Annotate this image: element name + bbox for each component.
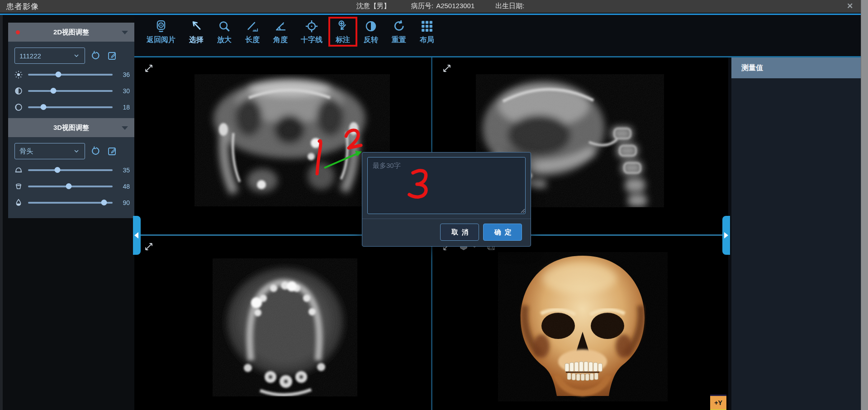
zoom-tool-button[interactable]: 放大 <box>214 18 235 45</box>
contrast-slider[interactable] <box>28 90 113 92</box>
annotate-icon <box>336 19 350 33</box>
invert-tool-button[interactable]: 反转 <box>360 18 381 45</box>
contrast-icon <box>14 86 24 96</box>
tool-label: 返回阅片 <box>147 35 175 45</box>
slider-thumb[interactable] <box>101 200 107 205</box>
brightness-slider[interactable] <box>28 74 113 76</box>
annotation-text-input[interactable] <box>367 157 526 214</box>
bucket-value: 48 <box>117 183 130 190</box>
cancel-button[interactable]: 取消 <box>440 224 479 241</box>
zoom-icon <box>218 19 231 33</box>
close-icon[interactable]: ✕ <box>844 1 855 12</box>
ct-axial-image <box>213 258 357 396</box>
slider-thumb[interactable] <box>66 183 71 189</box>
preset-2d-value: 111222 <box>19 52 41 60</box>
patient-name: 沈意【男】 <box>356 2 390 10</box>
record-number-value: A250123001 <box>436 2 474 10</box>
chevron-down-icon <box>122 126 128 130</box>
gamma-slider[interactable] <box>28 106 113 108</box>
tool-label: 标注 <box>336 35 350 45</box>
reset-3d-icon[interactable] <box>90 146 101 157</box>
expand-icon[interactable] <box>441 63 452 74</box>
gamma-icon <box>14 102 24 112</box>
tool-label: 反转 <box>364 35 378 45</box>
measurements-panel: 测量值 <box>731 57 861 410</box>
reset-2d-icon[interactable] <box>90 50 101 61</box>
dome-slider[interactable] <box>28 169 113 171</box>
dome-value: 35 <box>117 167 130 174</box>
viewport-axial[interactable] <box>134 236 431 410</box>
contrast-value: 30 <box>117 87 130 95</box>
gamma-slider-row: 18 <box>8 99 134 115</box>
preset-3d-value: 骨头 <box>19 147 33 156</box>
slider-thumb[interactable] <box>51 88 57 94</box>
record-number-label: 病历号: <box>411 2 433 10</box>
invert-icon <box>364 19 378 33</box>
edit-3d-icon[interactable] <box>107 146 118 157</box>
tool-label: 十字线 <box>301 35 323 45</box>
orientation-axis-marker[interactable]: +Y <box>710 395 726 410</box>
title-bar: 患者影像 沈意【男】 病历号: A250123001 出生日期: ✕ <box>0 0 861 13</box>
slider-thumb[interactable] <box>55 167 61 173</box>
tool-label: 长度 <box>245 35 260 45</box>
brightness-value: 36 <box>117 71 130 78</box>
view-adjust-panel: 2D视图调整 111222 36 30 <box>8 23 134 218</box>
preset-2d-select[interactable]: 111222 <box>14 48 85 64</box>
brightness-icon <box>14 70 24 80</box>
tool-label: 重置 <box>392 35 406 45</box>
select-tool-button[interactable]: 选择 <box>186 18 207 45</box>
contrast-slider-row: 30 <box>8 83 134 99</box>
collapse-left-panel-tab[interactable] <box>133 216 141 255</box>
brightness-slider-row: 36 <box>8 67 134 83</box>
angle-tool-button[interactable]: 角度 <box>270 18 291 45</box>
ct-coronal-image <box>194 74 390 206</box>
slider-thumb[interactable] <box>40 104 46 110</box>
window-title: 患者影像 <box>6 1 39 12</box>
adjustment-sidebar: 2D视图调整 111222 36 30 <box>0 15 134 410</box>
expand-icon[interactable] <box>143 241 154 252</box>
layout-grid-icon <box>420 19 434 33</box>
angle-icon <box>274 19 287 33</box>
tool-label: 放大 <box>217 35 232 45</box>
return-to-reading-button[interactable]: 返回阅片 <box>143 18 179 45</box>
preset-3d-select[interactable]: 骨头 <box>14 143 85 159</box>
bucket-icon <box>14 181 24 191</box>
dome-icon <box>14 165 24 175</box>
droplet-slider-row: 90 <box>8 195 134 211</box>
droplet-value: 90 <box>117 199 130 206</box>
droplet-slider[interactable] <box>28 202 113 204</box>
patient-imaging-window: 患者影像 沈意【男】 病历号: A250123001 出生日期: ✕ 2D视图调… <box>0 0 868 410</box>
tool-label: 角度 <box>273 35 288 45</box>
slider-thumb[interactable] <box>56 72 62 77</box>
measurements-title: 测量值 <box>731 57 861 78</box>
length-tool-button[interactable]: 长度 <box>242 18 263 45</box>
bucket-slider-row: 48 <box>8 178 134 195</box>
chevron-down-icon <box>122 31 128 34</box>
window-scrollbar[interactable] <box>861 0 868 410</box>
crosshair-icon <box>305 19 318 33</box>
reset-icon <box>392 19 406 33</box>
crosshair-tool-button[interactable]: 十字线 <box>298 18 325 45</box>
collapse-right-panel-tab[interactable] <box>722 216 730 255</box>
annotate-tool-button[interactable]: 标注 <box>332 18 353 45</box>
film-viewer-icon <box>154 19 168 33</box>
reset-tool-button[interactable]: 重置 <box>389 18 409 45</box>
section-3d-title: 3D视图调整 <box>53 124 89 132</box>
expand-icon[interactable] <box>143 63 154 74</box>
chevron-down-icon <box>73 52 80 59</box>
chevron-down-icon <box>73 148 80 155</box>
birth-date-label: 出生日期: <box>495 2 524 10</box>
section-3d-header[interactable]: 3D视图调整 <box>8 118 134 137</box>
ruler-icon <box>246 19 259 33</box>
droplet-icon <box>14 198 24 208</box>
ok-button[interactable]: 确定 <box>483 224 522 241</box>
tool-label: 选择 <box>189 35 204 45</box>
bucket-slider[interactable] <box>28 186 113 187</box>
patient-info: 沈意【男】 病历号: A250123001 出生日期: <box>356 2 524 10</box>
dome-slider-row: 35 <box>8 162 134 178</box>
edit-2d-icon[interactable] <box>107 50 118 61</box>
section-2d-header[interactable]: 2D视图调整 <box>8 23 134 42</box>
viewport-3d-render[interactable]: +Y <box>432 236 728 410</box>
layout-tool-button[interactable]: 布局 <box>417 18 437 45</box>
annotation-dialog: 取消 确定 <box>362 152 531 247</box>
